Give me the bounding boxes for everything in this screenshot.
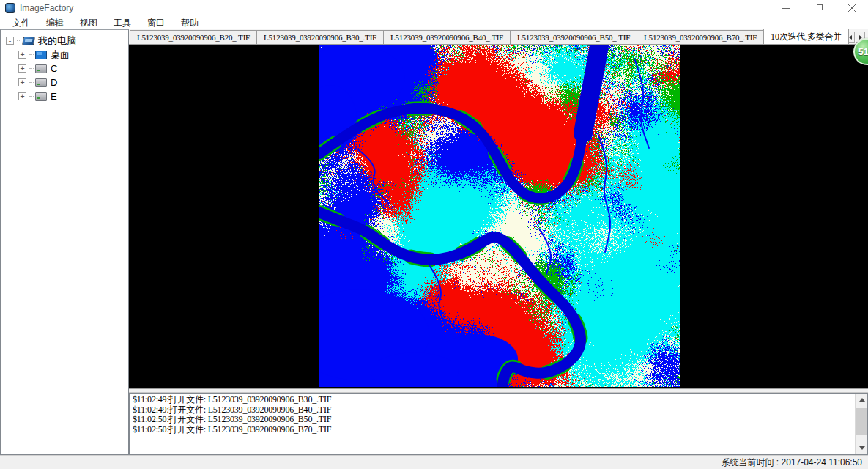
menu-item-help[interactable]: 帮助: [173, 16, 207, 29]
tab-b50-tif[interactable]: L5123039_03920090906_B50_.TIF: [510, 30, 637, 44]
restore-icon: [815, 4, 823, 12]
title-bar: ImageFactory: [0, 0, 868, 16]
menu-bar: 文件 编辑 视图 工具 窗口 帮助: [0, 16, 868, 29]
drive-icon: [35, 64, 47, 73]
window-controls: [769, 0, 868, 16]
tree-connector: [17, 40, 21, 41]
tree-item-drive-e[interactable]: + E: [1, 89, 128, 103]
drive-icon: [35, 78, 47, 87]
app-title: ImageFactory: [20, 3, 73, 13]
left-arrow-icon: [849, 35, 852, 40]
log-line: $11:02:49:打开文件: L5123039_03920090906_B40…: [133, 405, 853, 416]
menu-item-file[interactable]: 文件: [4, 16, 38, 29]
app-logo-icon: [5, 3, 15, 13]
menu-item-tools[interactable]: 工具: [105, 16, 139, 29]
close-button[interactable]: [835, 0, 868, 16]
tree-item-label: 我的电脑: [38, 34, 76, 48]
system-time-text: 系统当前时间 : 2017-04-24 11:06:50: [721, 457, 862, 469]
log-line: $11:02:49:打开文件: L5123039_03920090906_B30…: [133, 395, 853, 405]
scroll-down-button[interactable]: [856, 442, 868, 454]
log-line: $11:02:50:打开文件: L5123039_03920090906_B70…: [133, 425, 853, 435]
document-area: L5123039_03920090906_B20_.TIF L5123039_0…: [129, 29, 868, 455]
tree-item-label: 桌面: [51, 48, 70, 62]
tab-b40-tif[interactable]: L5123039_03920090906_B40_.TIF: [383, 30, 511, 44]
log-scrollbar[interactable]: [855, 394, 867, 454]
minimize-icon: [782, 4, 790, 12]
menu-item-window[interactable]: 窗口: [139, 16, 173, 29]
tree-item-desktop[interactable]: + 桌面: [1, 48, 128, 62]
log-lines: $11:02:49:打开文件: L5123039_03920090906_B30…: [130, 394, 867, 436]
drive-icon: [35, 92, 47, 101]
classified-image-canvas[interactable]: [319, 45, 680, 387]
tree-item-drive-d[interactable]: + D: [1, 75, 128, 89]
tree-connector: [29, 68, 34, 69]
scroll-up-button[interactable]: [856, 394, 868, 406]
menu-item-edit[interactable]: 编辑: [38, 16, 72, 29]
restore-button[interactable]: [802, 0, 835, 16]
tree-item-my-computer[interactable]: - 我的电脑: [1, 34, 128, 48]
tree-connector: [29, 96, 34, 97]
tab-b20-tif[interactable]: L5123039_03920090906_B20_.TIF: [130, 30, 257, 44]
tree-connector: [29, 54, 34, 55]
desktop-icon: [35, 51, 47, 59]
up-arrow-icon: [859, 398, 865, 402]
tab-classification-result[interactable]: 10次迭代,多类合并: [763, 29, 849, 44]
badge-value: 51: [858, 47, 868, 57]
file-tree-panel: - 我的电脑 + 桌面 + C + D + E: [0, 29, 129, 455]
expand-toggle[interactable]: +: [18, 78, 26, 86]
expand-toggle[interactable]: +: [18, 64, 26, 73]
computer-icon: [22, 37, 35, 45]
tab-strip: L5123039_03920090906_B20_.TIF L5123039_0…: [129, 29, 868, 45]
close-icon: [848, 4, 856, 12]
scrollbar-thumb[interactable]: [856, 408, 867, 435]
down-arrow-icon: [859, 446, 865, 450]
tree-item-label: E: [51, 91, 57, 102]
menu-item-view[interactable]: 视图: [72, 16, 105, 29]
expand-toggle[interactable]: +: [18, 92, 26, 100]
log-line: $11:02:50:打开文件: L5123039_03920090906_B50…: [133, 415, 853, 425]
minimize-button[interactable]: [769, 0, 802, 16]
image-viewport[interactable]: [129, 45, 868, 388]
tab-b30-tif[interactable]: L5123039_03920090906_B30_.TIF: [256, 30, 384, 44]
tree-item-label: D: [51, 77, 57, 88]
status-bar: 系统当前时间 : 2017-04-24 11:06:50: [0, 455, 868, 469]
main-area: - 我的电脑 + 桌面 + C + D + E: [0, 29, 868, 455]
tree-item-drive-c[interactable]: + C: [1, 62, 128, 75]
tab-b70-tif[interactable]: L5123039_03920090906_B70_.TIF: [637, 30, 764, 44]
log-panel: $11:02:49:打开文件: L5123039_03920090906_B30…: [129, 393, 868, 455]
expand-toggle[interactable]: +: [18, 51, 26, 59]
tree-item-label: C: [51, 63, 57, 74]
collapse-toggle[interactable]: -: [6, 37, 14, 45]
tree-connector: [29, 82, 34, 83]
